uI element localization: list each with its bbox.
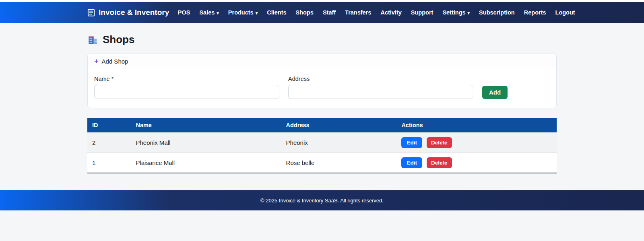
main-content: Shops + Add Shop Name * Address Add <box>87 33 557 173</box>
nav-item-staff[interactable]: Staff <box>318 6 340 19</box>
column-header-id: ID <box>87 118 131 133</box>
add-shop-card-header: + Add Shop <box>88 54 556 69</box>
nav-item-reports[interactable]: Reports <box>519 6 551 19</box>
nav-item-shops[interactable]: Shops <box>291 6 318 19</box>
table-row: 2 Pheonix Mall Pheonix Edit Delete <box>87 133 557 153</box>
page-title: Shops <box>87 33 557 46</box>
brand-title: Invoice & Inventory <box>99 8 169 17</box>
delete-button[interactable]: Delete <box>427 137 452 148</box>
name-label: Name * <box>94 76 279 82</box>
table-header-row: ID Name Address Actions <box>87 118 557 133</box>
cell-actions: Edit Delete <box>396 153 557 173</box>
nav-item-products[interactable]: Products▾ <box>223 6 262 19</box>
address-label: Address <box>288 76 473 82</box>
main-navbar: Invoice & Inventory POS Sales▾ Products▾… <box>0 2 644 23</box>
chevron-down-icon: ▾ <box>217 11 219 15</box>
add-shop-card-title: Add Shop <box>102 58 128 65</box>
cell-name: Pheonix Mall <box>131 133 281 153</box>
page-footer: © 2025 Invoice & Inventory SaaS. All rig… <box>0 190 644 210</box>
nav-item-transfers[interactable]: Transfers <box>341 6 376 19</box>
nav-item-settings[interactable]: Settings▾ <box>438 6 475 19</box>
cell-actions: Edit Delete <box>396 133 557 153</box>
footer-copyright: © 2025 Invoice & Inventory SaaS. All rig… <box>260 198 384 204</box>
edit-button[interactable]: Edit <box>401 137 422 148</box>
nav-item-sales[interactable]: Sales▾ <box>195 6 223 19</box>
chevron-down-icon: ▾ <box>256 11 258 15</box>
brand-invoice-icon <box>87 9 95 16</box>
add-button[interactable]: Add <box>482 86 508 99</box>
cell-address: Pheonix <box>281 133 397 153</box>
nav-item-clients[interactable]: Clients <box>262 6 291 19</box>
name-field[interactable] <box>94 85 279 99</box>
delete-button[interactable]: Delete <box>427 157 452 168</box>
nav-item-activity[interactable]: Activity <box>376 6 406 19</box>
chevron-down-icon: ▾ <box>468 11 470 15</box>
cell-address: Rose belle <box>281 153 397 173</box>
nav-item-pos[interactable]: POS <box>173 6 195 19</box>
cell-id: 2 <box>87 133 131 153</box>
nav-links: POS Sales▾ Products▾ Clients Shops Staff… <box>173 6 580 19</box>
add-shop-card-body: Name * Address Add <box>88 69 556 108</box>
column-header-actions: Actions <box>396 118 557 133</box>
column-header-address: Address <box>281 118 397 133</box>
nav-item-subscription[interactable]: Subscription <box>475 6 520 19</box>
cell-id: 1 <box>87 153 131 173</box>
cell-name: Plaisance Mall <box>131 153 281 173</box>
nav-item-logout[interactable]: Logout <box>551 6 580 19</box>
shops-table: ID Name Address Actions 2 Pheonix Mall P… <box>87 118 557 173</box>
edit-button[interactable]: Edit <box>401 157 422 168</box>
add-shop-card: + Add Shop Name * Address Add <box>87 53 557 108</box>
plus-icon: + <box>94 58 99 65</box>
nav-item-support[interactable]: Support <box>406 6 438 19</box>
address-field[interactable] <box>288 85 473 99</box>
shops-building-icon <box>87 34 98 45</box>
page-title-text: Shops <box>103 33 134 46</box>
brand[interactable]: Invoice & Inventory <box>87 8 169 17</box>
table-row: 1 Plaisance Mall Rose belle Edit Delete <box>87 153 557 173</box>
column-header-name: Name <box>131 118 281 133</box>
